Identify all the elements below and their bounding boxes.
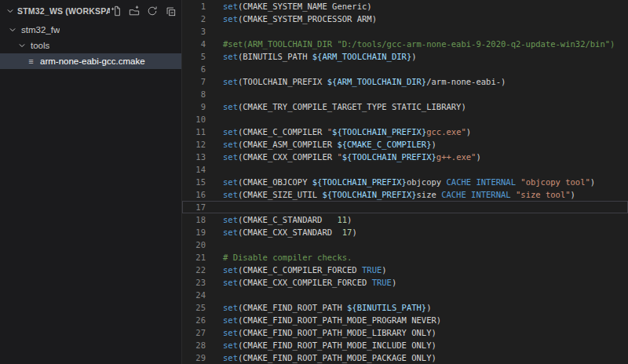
explorer-actions: [110, 5, 177, 17]
line-number: 14: [182, 163, 206, 176]
code-line-19[interactable]: 19set(CMAKE_CXX_STANDARD 17): [182, 226, 628, 238]
line-number: 3: [182, 25, 206, 38]
chevron-down-icon: [6, 26, 18, 34]
code-text: set(CMAKE_CXX_COMPILER_FORCED TRUE): [206, 276, 396, 289]
code-line-17[interactable]: 17: [182, 201, 628, 213]
chevron-down-icon: [16, 42, 27, 49]
code-line-14[interactable]: 14: [182, 163, 628, 176]
new-folder-icon[interactable]: [128, 5, 141, 17]
line-number: 18: [182, 213, 206, 226]
refresh-icon[interactable]: [146, 5, 159, 17]
line-number: 15: [182, 176, 206, 188]
code-text: set(CMAKE_CXX_STANDARD 17): [206, 226, 357, 238]
code-text: [206, 238, 223, 251]
sidebar-item-arm-none-eabi-gcc.cmake[interactable]: ≡arm-none-eabi-gcc.cmake: [0, 53, 181, 69]
line-number: 2: [182, 13, 206, 25]
code-line-1[interactable]: 1set(CMAKE_SYSTEM_NAME Generic): [182, 0, 628, 13]
code-line-26[interactable]: 26set(CMAKE_FIND_ROOT_PATH_MODE_PROGRAM …: [182, 314, 628, 326]
code-line-29[interactable]: 29set(CMAKE_FIND_ROOT_PATH_MODE_PACKAGE …: [182, 351, 628, 364]
code-line-25[interactable]: 25set(CMAKE_FIND_ROOT_PATH ${BINUTILS_PA…: [182, 301, 628, 314]
line-number: 8: [182, 88, 206, 100]
line-number: 10: [182, 113, 206, 126]
code-line-13[interactable]: 13set(CMAKE_CXX_COMPILER "${TOOLCHAIN_PR…: [182, 151, 628, 163]
code-line-22[interactable]: 22set(CMAKE_C_COMPILER_FORCED TRUE): [182, 264, 628, 276]
code-text: set(CMAKE_FIND_ROOT_PATH ${BINUTILS_PATH…: [206, 301, 432, 314]
line-number: 4: [182, 38, 206, 50]
workspace-header[interactable]: STM32_WS (WORKSPACE): [0, 2, 181, 20]
code-line-27[interactable]: 27set(CMAKE_FIND_ROOT_PATH_MODE_LIBRARY …: [182, 326, 628, 339]
line-number: 20: [182, 238, 206, 251]
code-text: set(TOOLCHAIN_PREFIX ${ARM_TOOLCHAIN_DIR…: [206, 75, 506, 88]
line-number: 5: [182, 50, 206, 63]
code-text: set(CMAKE_FIND_ROOT_PATH_MODE_PROGRAM NE…: [206, 314, 441, 326]
code-line-12[interactable]: 12set(CMAKE_ASM_COMPILER ${CMAKE_C_COMPI…: [182, 138, 628, 151]
code-text: [206, 25, 223, 38]
code-line-21[interactable]: 21# Disable compiler checks.: [182, 251, 628, 264]
code-line-16[interactable]: 16set(CMAKE_SIZE_UTIL ${TOOLCHAIN_PREFIX…: [182, 188, 628, 201]
line-number: 28: [182, 339, 206, 351]
item-label: tools: [31, 41, 49, 50]
line-number: 22: [182, 264, 206, 276]
code-text: #set(ARM_TOOLCHAIN_DIR "D:/tools/gcc-arm…: [206, 38, 615, 50]
item-label: arm-none-eabi-gcc.cmake: [40, 56, 145, 66]
code-line-18[interactable]: 18set(CMAKE_C_STANDARD 11): [182, 213, 628, 226]
code-text: [206, 163, 223, 176]
code-line-2[interactable]: 2set(CMAKE_SYSTEM_PROCESSOR ARM): [182, 13, 628, 25]
code-text: set(CMAKE_FIND_ROOT_PATH_MODE_LIBRARY ON…: [206, 326, 436, 339]
code-text: [206, 113, 223, 126]
code-text: set(CMAKE_CXX_COMPILER "${TOOLCHAIN_PREF…: [206, 151, 481, 163]
code-text: set(CMAKE_TRY_COMPILE_TARGET_TYPE STATIC…: [206, 100, 466, 113]
code-text: set(BINUTILS_PATH ${ARM_TOOLCHAIN_DIR}): [206, 50, 417, 63]
code-line-15[interactable]: 15set(CMAKE_OBJCOPY ${TOOLCHAIN_PREFIX}o…: [182, 176, 628, 188]
code-text: [206, 289, 223, 301]
code-line-24[interactable]: 24: [182, 289, 628, 301]
code-line-11[interactable]: 11set(CMAKE_C_COMPILER "${TOOLCHAIN_PREF…: [182, 126, 628, 138]
editor-lines: 1set(CMAKE_SYSTEM_NAME Generic)2set(CMAK…: [182, 0, 628, 364]
file-tree: stm32_fwtools≡arm-none-eabi-gcc.cmake: [0, 22, 181, 69]
collapse-all-icon[interactable]: [164, 5, 177, 17]
code-text: set(CMAKE_FIND_ROOT_PATH_MODE_PACKAGE ON…: [206, 351, 436, 364]
line-number: 25: [182, 301, 206, 314]
line-number: 6: [182, 63, 206, 75]
code-line-7[interactable]: 7set(TOOLCHAIN_PREFIX ${ARM_TOOLCHAIN_DI…: [182, 75, 628, 88]
explorer-sidebar: STM32_WS (WORKSPACE) stm32_fwtools≡arm-n…: [0, 0, 182, 364]
code-text: set(CMAKE_SYSTEM_NAME Generic): [206, 0, 372, 13]
line-number: 13: [182, 151, 206, 163]
code-line-5[interactable]: 5set(BINUTILS_PATH ${ARM_TOOLCHAIN_DIR}): [182, 50, 628, 63]
new-file-icon[interactable]: [110, 5, 122, 17]
line-number: 24: [182, 289, 206, 301]
line-number: 27: [182, 326, 206, 339]
file-icon: ≡: [25, 56, 37, 66]
line-number: 21: [182, 251, 206, 264]
code-text: set(CMAKE_SYSTEM_PROCESSOR ARM): [206, 13, 377, 25]
code-line-28[interactable]: 28set(CMAKE_FIND_ROOT_PATH_MODE_INCLUDE …: [182, 339, 628, 351]
line-number: 29: [182, 351, 206, 364]
code-text: # Disable compiler checks.: [206, 251, 352, 264]
line-number: 9: [182, 100, 206, 113]
code-line-23[interactable]: 23set(CMAKE_CXX_COMPILER_FORCED TRUE): [182, 276, 628, 289]
code-editor[interactable]: 1set(CMAKE_SYSTEM_NAME Generic)2set(CMAK…: [182, 0, 628, 364]
code-line-3[interactable]: 3: [182, 25, 628, 38]
code-line-20[interactable]: 20: [182, 238, 628, 251]
code-text: [206, 88, 223, 100]
sidebar-item-stm32_fw[interactable]: stm32_fw: [0, 22, 181, 38]
code-text: [206, 201, 223, 213]
code-text: set(CMAKE_ASM_COMPILER ${CMAKE_C_COMPILE…: [206, 138, 436, 151]
code-line-4[interactable]: 4#set(ARM_TOOLCHAIN_DIR "D:/tools/gcc-ar…: [182, 38, 628, 50]
code-line-8[interactable]: 8: [182, 88, 628, 100]
line-number: 7: [182, 75, 206, 88]
code-text: set(CMAKE_C_STANDARD 11): [206, 213, 352, 226]
code-text: set(CMAKE_SIZE_UTIL ${TOOLCHAIN_PREFIX}s…: [206, 188, 575, 201]
code-line-9[interactable]: 9set(CMAKE_TRY_COMPILE_TARGET_TYPE STATI…: [182, 100, 628, 113]
line-number: 19: [182, 226, 206, 238]
code-text: set(CMAKE_C_COMPILER_FORCED TRUE): [206, 264, 387, 276]
code-text: set(CMAKE_FIND_ROOT_PATH_MODE_INCLUDE ON…: [206, 339, 436, 351]
line-number: 12: [182, 138, 206, 151]
line-number: 23: [182, 276, 206, 289]
code-line-10[interactable]: 10: [182, 113, 628, 126]
workspace-title: STM32_WS (WORKSPACE): [17, 6, 110, 16]
code-line-6[interactable]: 6: [182, 63, 628, 75]
sidebar-item-tools[interactable]: tools: [0, 38, 181, 53]
line-number: 1: [182, 0, 206, 13]
chevron-down-icon: [5, 7, 16, 15]
